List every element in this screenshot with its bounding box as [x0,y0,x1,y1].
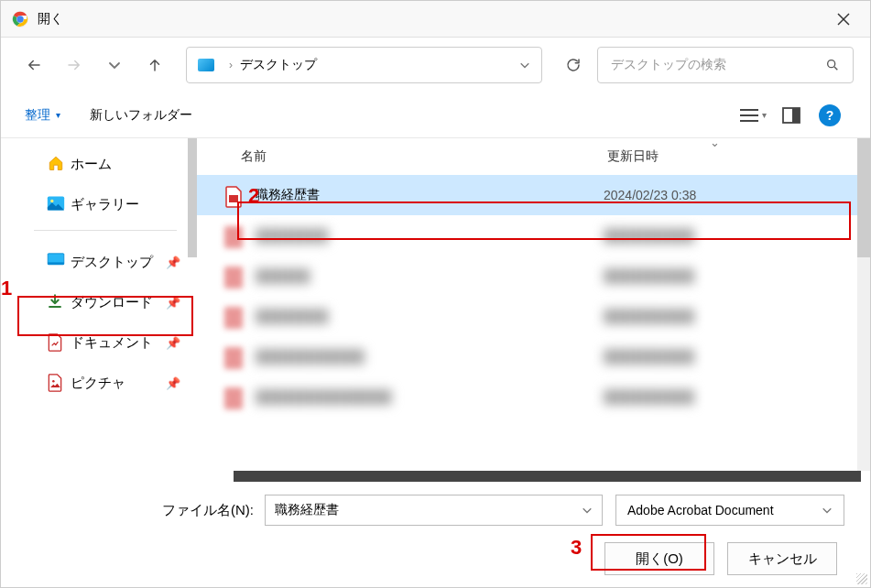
sidebar-label: ホーム [71,156,112,173]
preview-pane-button[interactable] [775,99,808,132]
file-name: ██████ [256,268,604,283]
svg-rect-19 [224,307,243,329]
file-name: 職務経歴書 [256,187,604,203]
svg-point-1 [16,16,24,23]
file-name: ███████████████ [256,389,604,404]
search-icon [825,58,840,72]
chevron-down-icon[interactable] [822,505,833,516]
folder-icon [198,59,214,71]
home-icon [47,155,65,173]
sort-indicator-icon: ⌄ [710,136,720,149]
open-button[interactable]: 開く(O) [604,542,714,575]
sidebar-item-downloads[interactable]: ダウンロード 📌 [1,282,197,322]
file-row[interactable]: ████████████ ██████████ [197,336,870,376]
divider [34,230,177,231]
sidebar-item-gallery[interactable]: ギャラリー [1,184,197,224]
sidebar-label: デスクトップ [71,254,153,271]
pdf-icon [224,226,243,245]
file-date: 2024/02/23 0:38 [604,188,696,202]
svg-rect-16 [229,195,238,202]
file-date: ██████████ [604,389,694,404]
annotation-3: 3 [571,536,582,560]
file-date: ██████████ [604,268,694,283]
chevron-down-icon[interactable] [519,60,530,71]
view-options-button[interactable]: ▾ [736,99,769,132]
svg-rect-17 [224,226,243,248]
column-headers: 名前 更新日時 ⌄ [197,138,870,175]
annotation-2: 2 [248,184,259,208]
chrome-icon [12,11,28,27]
file-row[interactable]: ██████ ██████████ [197,256,870,296]
pin-icon[interactable]: 📌 [166,376,180,390]
refresh-button[interactable] [557,49,590,82]
file-name: ████████████ [256,349,604,364]
pin-icon[interactable]: 📌 [166,336,180,350]
sidebar-label: ギャラリー [71,196,139,213]
column-name[interactable]: 名前 [241,148,607,165]
file-row[interactable]: ███████████████ ██████████ [197,376,870,417]
file-row[interactable]: ████████ ██████████ [197,296,870,336]
sidebar-item-pictures[interactable]: ピクチャ 📌 [1,363,197,403]
footer: ファイル名(N): 職務経歴書 Adobe Acrobat Document 開… [1,482,870,588]
pin-icon[interactable]: 📌 [166,296,180,310]
search-placeholder: デスクトップの検索 [611,57,825,73]
sidebar-label: ダウンロード [71,294,153,311]
file-row[interactable]: 職務経歴書 2024/02/23 0:38 [197,175,870,215]
recent-dropdown[interactable] [98,49,131,82]
file-date: ██████████ [604,309,694,323]
gallery-icon [47,195,65,213]
svg-rect-18 [224,267,243,289]
toolbar: 整理 ▾ 新しいフォルダー ▾ ? [1,93,870,138]
sidebar-label: ピクチャ [71,375,125,392]
filename-combobox[interactable]: 職務経歴書 [265,495,603,526]
file-list: 名前 更新日時 ⌄ 職務経歴書 2024/02/23 0:38 ████████… [197,138,870,482]
column-date[interactable]: 更新日時 ⌄ [607,148,870,165]
up-button[interactable] [138,49,171,82]
svg-point-12 [50,200,53,202]
sidebar-item-desktop[interactable]: デスクトップ 📌 [1,242,197,282]
pdf-icon [224,387,243,406]
forward-button[interactable] [58,49,91,82]
svg-rect-14 [48,262,64,264]
location-text: デスクトップ [240,57,512,73]
document-icon [47,333,65,352]
pin-icon[interactable]: 📌 [166,256,180,269]
svg-rect-20 [224,347,243,369]
resize-grip[interactable] [856,573,867,584]
main-content: ホーム ギャラリー デスクトップ 📌 ダウンロード 📌 [1,138,870,482]
download-icon [47,293,65,311]
file-row[interactable]: ████████ ██████████ [197,215,870,256]
back-button[interactable] [17,49,50,82]
close-button[interactable] [828,9,859,29]
pictures-icon [47,374,65,392]
file-date: ██████████ [604,228,694,243]
sidebar: ホーム ギャラリー デスクトップ 📌 ダウンロード 📌 [1,138,197,482]
chevron-down-icon[interactable] [582,505,593,516]
sidebar-item-home[interactable]: ホーム [1,144,197,184]
filename-label: ファイル名(N): [27,502,265,519]
file-date: ██████████ [604,349,694,364]
filetype-combobox[interactable]: Adobe Acrobat Document [615,495,844,526]
window-title: 開く [38,11,828,27]
search-input[interactable]: デスクトップの検索 [597,47,854,83]
sidebar-scrollbar[interactable] [188,138,197,482]
sidebar-item-documents[interactable]: ドキュメント 📌 [1,322,197,363]
filetype-value: Adobe Acrobat Document [627,503,822,517]
titlebar: 開く [1,1,870,38]
pdf-icon [224,186,243,204]
file-name: ████████ [256,309,604,323]
desktop-icon [47,253,65,271]
annotation-1: 1 [1,277,12,300]
help-button[interactable]: ? [813,99,846,132]
new-folder-button[interactable]: 新しいフォルダー [90,107,192,124]
organize-dropdown-icon[interactable]: ▾ [56,110,60,120]
address-bar[interactable]: › デスクトップ [186,47,542,83]
navigation-bar: › デスクトップ デスクトップの検索 [1,38,870,93]
pdf-icon [224,267,243,285]
organize-menu[interactable]: 整理 [25,107,50,124]
horizontal-scrollbar[interactable] [234,471,861,482]
file-name: ████████ [256,228,604,243]
cancel-button[interactable]: キャンセル [727,542,837,575]
svg-point-4 [828,60,835,68]
vertical-scrollbar[interactable] [857,138,870,471]
